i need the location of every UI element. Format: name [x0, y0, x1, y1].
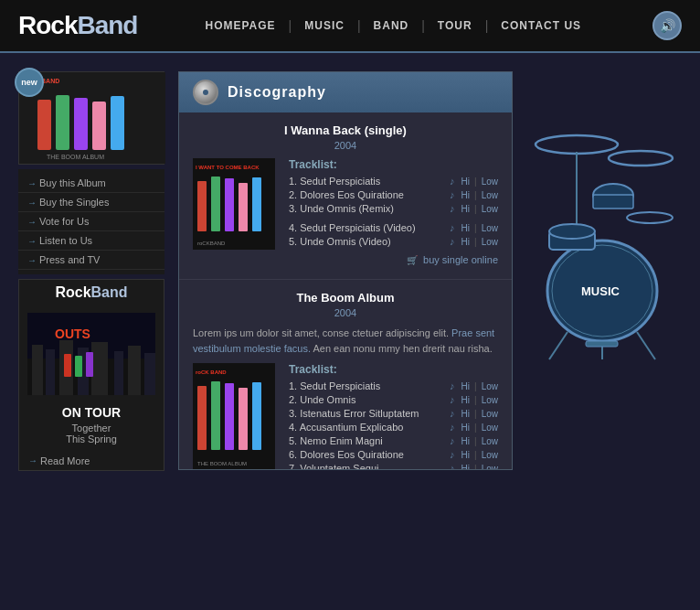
svg-rect-17	[128, 346, 141, 395]
svg-text:MUSIC: MUSIC	[581, 284, 620, 298]
track-low-link[interactable]: Low	[482, 409, 498, 419]
nav-contact[interactable]: CONTACT US	[488, 19, 594, 32]
svg-text:THE BOOM ALBUM: THE BOOM ALBUM	[197, 461, 247, 466]
track-low-link[interactable]: Low	[482, 381, 498, 391]
promo-logo-band: Band	[91, 284, 128, 300]
svg-rect-11	[32, 345, 43, 395]
track-hi-link[interactable]: Hi	[461, 409, 470, 419]
track-hi-link[interactable]: Hi	[461, 436, 470, 446]
svg-rect-26	[211, 177, 220, 231]
drum-svg: MUSIC	[531, 90, 677, 364]
track-low-link[interactable]: Low	[482, 436, 498, 446]
track-name: 4. Accusantium Explicabo	[289, 422, 445, 433]
promo-together: Together	[27, 423, 156, 433]
track-low-link[interactable]: Low	[482, 395, 498, 405]
center-content: Discography I Wanna Back (single) 2004 I…	[178, 71, 513, 471]
svg-rect-25	[197, 181, 207, 231]
svg-line-50	[549, 332, 567, 359]
track-name: 2. Unde Omnis	[289, 394, 445, 405]
promo-this-spring: This Spring	[27, 433, 156, 444]
svg-point-39	[536, 135, 618, 154]
sidebar-link-buy-singles[interactable]: Buy the Singles	[18, 193, 164, 212]
track-low-link[interactable]: Low	[482, 423, 498, 433]
sidebar-link-buy-album[interactable]: Buy this Album	[18, 174, 164, 193]
single-tracklist-area: Tracklist: 1. Sedut Perspiciatis ♪ Hi |	[289, 158, 498, 270]
track-row: 3. Istenatus Error Sitluptatem ♪ Hi | Lo…	[289, 408, 498, 419]
svg-line-52	[637, 332, 655, 359]
nav-homepage[interactable]: HOMEPAGE	[192, 19, 288, 32]
discography-content[interactable]: I Wanna Back (single) 2004 I WANT TO COM…	[179, 112, 512, 469]
track-hi-link[interactable]: Hi	[461, 237, 470, 247]
nav-band[interactable]: BAND	[361, 19, 422, 32]
buy-single-link-area: 🛒 buy single online	[289, 250, 498, 270]
buy-single-link[interactable]: buy single online	[423, 254, 498, 265]
svg-text:roCKBAND: roCKBAND	[197, 241, 226, 246]
sidebar: new roCK BAND THE BOOM ALBUM	[18, 71, 164, 471]
album-section-boom: The Boom Album 2004 Lorem ips um dolor s…	[179, 280, 512, 469]
note-icon: ♪	[450, 189, 455, 200]
track-low-link[interactable]: Low	[482, 237, 498, 247]
sound-button[interactable]: 🔊	[652, 11, 682, 40]
single-inner: I WANT TO COME BACK roCKBAND Tracklist:	[193, 158, 498, 270]
svg-rect-3	[56, 95, 69, 150]
track-hi-link[interactable]: Hi	[461, 464, 470, 470]
boom-cover: roCK BAND THE BOOM ALBUM	[193, 363, 275, 469]
track-row: 6. Dolores Eos Quiratione ♪ Hi | Low	[289, 449, 498, 460]
note-icon: ♪	[450, 463, 455, 469]
boom-tracklist-header: Tracklist:	[289, 363, 498, 376]
track-row: 4. Sedut Perspiciatis (Video) ♪ Hi | Low	[289, 222, 498, 233]
svg-text:THE BOOM ALBUM: THE BOOM ALBUM	[47, 154, 104, 160]
logo: RockBand	[18, 11, 137, 40]
promo-art: OUTS	[27, 313, 155, 395]
track-row: 3. Unde Omnis (Remix) ♪ Hi | Low	[289, 203, 498, 214]
boom-year: 2004	[193, 307, 498, 318]
track-hi-link[interactable]: Hi	[461, 395, 470, 405]
promo-logo: RockBand	[24, 284, 159, 301]
track-low-link[interactable]: Low	[482, 177, 498, 187]
track-name: 2. Dolores Eos Quiratione	[289, 189, 445, 200]
track-low-link[interactable]: Low	[482, 223, 498, 233]
sidebar-read-more[interactable]: Read More	[19, 452, 164, 470]
boom-title: The Boom Album	[296, 291, 394, 305]
track-low-link[interactable]: Low	[482, 190, 498, 200]
track-name: 6. Dolores Eos Quiratione	[289, 449, 445, 460]
track-row: 1. Sedut Perspiciatis ♪ Hi | Low	[289, 176, 498, 187]
note-icon: ♪	[450, 380, 455, 391]
track-row: 2. Unde Omnis ♪ Hi | Low	[289, 394, 498, 405]
svg-text:OUTS: OUTS	[55, 326, 90, 341]
promo-body: OUTS ON TOUR Together This Spring	[19, 305, 164, 452]
svg-rect-5	[92, 102, 106, 150]
track-hi-link[interactable]: Hi	[461, 381, 470, 391]
cd-hole	[203, 90, 208, 95]
track-low-link[interactable]: Low	[482, 464, 498, 470]
track-hi-link[interactable]: Hi	[461, 223, 470, 233]
note-icon: ♪	[450, 222, 455, 233]
track-hi-link[interactable]: Hi	[461, 423, 470, 433]
sidebar-link-listen[interactable]: Listen to Us	[18, 231, 164, 251]
track-hi-link[interactable]: Hi	[461, 204, 470, 214]
svg-rect-20	[75, 356, 82, 377]
album-section-single: I Wanna Back (single) 2004 I WANT TO COM…	[179, 112, 512, 280]
track-hi-link[interactable]: Hi	[461, 177, 470, 187]
nav-tour[interactable]: TOUR	[425, 19, 485, 32]
promo-art-svg: OUTS	[27, 313, 155, 395]
track-low-link[interactable]: Low	[482, 450, 498, 460]
note-icon: ♪	[450, 394, 455, 405]
logo-rock: Rock	[18, 11, 77, 39]
track-name: 7. Voluptatem Sequi	[289, 463, 445, 469]
track-row: 5. Unde Omnis (Video) ♪ Hi | Low	[289, 236, 498, 247]
sidebar-promo: RockBand	[18, 279, 164, 471]
track-low-link[interactable]: Low	[482, 204, 498, 214]
sidebar-link-vote[interactable]: Vote for Us	[18, 212, 164, 231]
svg-rect-27	[225, 178, 234, 231]
note-icon: ♪	[450, 435, 455, 446]
sidebar-link-press[interactable]: Press and TV	[18, 251, 164, 270]
track-hi-link[interactable]: Hi	[461, 450, 470, 460]
track-hi-link[interactable]: Hi	[461, 190, 470, 200]
note-icon: ♪	[450, 408, 455, 419]
svg-text:I WANT TO COME BACK: I WANT TO COME BACK	[196, 165, 260, 170]
svg-rect-6	[111, 96, 124, 150]
cart-icon: 🛒	[407, 255, 418, 265]
note-icon: ♪	[450, 203, 455, 214]
nav-music[interactable]: MUSIC	[292, 19, 357, 32]
